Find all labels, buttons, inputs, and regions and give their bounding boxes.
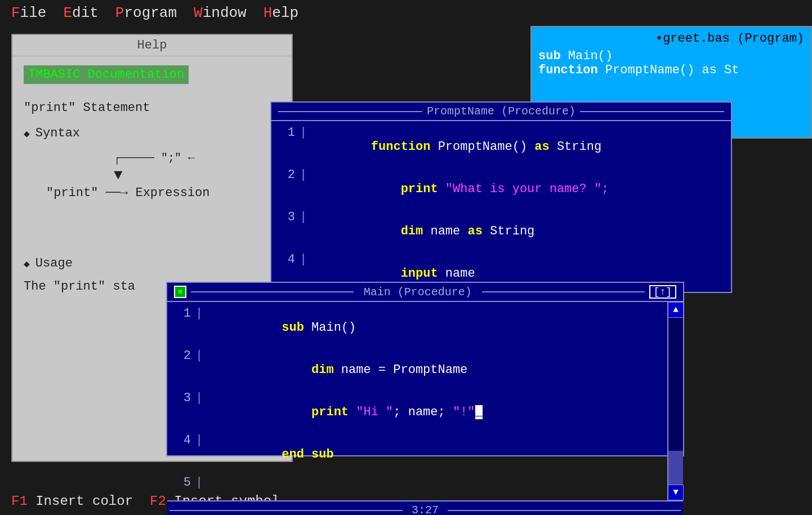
scroll-thumb[interactable] — [668, 451, 683, 485]
scrollbar[interactable]: ▲ ▼ — [667, 302, 683, 500]
code-line: 5 | — [167, 476, 666, 496]
code-line: 1 | function PromptName() as String — [271, 126, 731, 168]
code-line: 4 | end sub — [167, 433, 666, 476]
menubar: File Edit Program Window Help — [0, 0, 812, 26]
scroll-track — [668, 318, 683, 485]
promptname-titlebar: PromptName (Procedure) — [271, 103, 731, 121]
help-usage-label: ◆ Usage — [24, 256, 280, 270]
main-titlebar: ■ Main (Procedure) [↑] — [167, 283, 683, 302]
menu-edit[interactable]: Edit — [63, 5, 98, 21]
main-code-area: 1 | sub Main() 2 | dim name = PromptName… — [167, 302, 683, 500]
main-statusbar: 3:27 — [167, 500, 683, 515]
greet-line2: function PromptName() as St — [538, 63, 804, 77]
help-window-title: Help — [12, 35, 292, 56]
scroll-down-arrow[interactable]: ▼ — [668, 485, 684, 500]
promptname-window: PromptName (Procedure) 1 | function Prom… — [270, 101, 732, 293]
greet-line1: sub Main() — [538, 49, 804, 63]
menu-file[interactable]: File — [11, 5, 46, 21]
close-button[interactable]: ■ — [174, 286, 186, 298]
code-line: 3 | print "Hi "; name; "!"_ — [167, 391, 666, 433]
menu-window[interactable]: Window — [194, 5, 247, 21]
help-section-title: "print" Statement — [24, 101, 280, 115]
syntax-diagram: ┌───── ";" ← ▼ "print" ──→ Expression — [46, 152, 280, 200]
help-doc-header: TMBASIC Documentation — [24, 65, 189, 84]
code-line: 2 | dim name = PromptName — [167, 349, 666, 391]
help-syntax-label: ◆ Syntax — [24, 126, 280, 140]
main-window: ■ Main (Procedure) [↑] 1 | sub Main() 2 … — [166, 282, 684, 456]
menu-program[interactable]: Program — [115, 5, 177, 21]
statusbar-f1: F1 Insert color — [11, 494, 133, 509]
code-line: 1 | sub Main() — [167, 307, 666, 349]
scroll-up-button[interactable]: [↑] — [649, 285, 676, 299]
menu-help[interactable]: Help — [264, 5, 298, 21]
greet-window-title: •greet.bas (Program) — [538, 32, 804, 46]
code-line: 2 | print "What is your name? "; — [271, 168, 731, 210]
scroll-up-arrow[interactable]: ▲ — [668, 302, 684, 318]
code-line: 3 | dim name as String — [271, 210, 731, 252]
